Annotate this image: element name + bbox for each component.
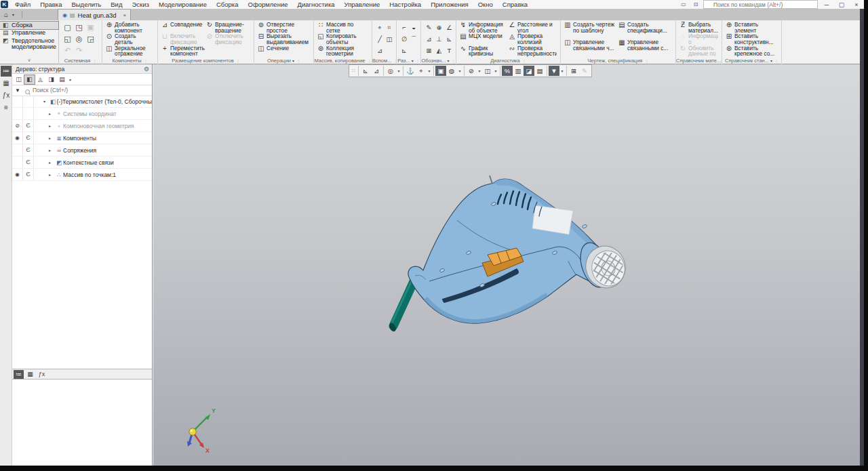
ribbon-button[interactable]: ↻ Вращение-вращение [205,22,250,33]
control-triad-icon[interactable]: ⌖ [416,66,427,76]
section-view-icon[interactable]: ◫ [482,66,493,76]
panel-menu-icon[interactable]: ≡ [1,102,12,113]
ribbon-button[interactable]: ◌ Информация о материале... [679,33,718,45]
command-search-input[interactable] [703,0,818,9]
screen-mode-icon[interactable]: ⊡ [691,1,701,7]
ribbon-button[interactable]: ⊞ Вставить конструктивн... [725,33,778,45]
menu-item[interactable]: Оформление [243,1,293,8]
print-icon[interactable]: ◱ [62,33,73,45]
gear-icon[interactable]: ⚙ [144,64,149,74]
group-label-notations[interactable]: Обознач...▾ [421,58,456,64]
create-sketch-icon[interactable]: ⊾ [360,66,371,76]
group-label-standard-parts[interactable]: Справочник стан...▾ [722,58,781,64]
minimize-button[interactable]: ─ [821,1,833,8]
dimension-tool-icon[interactable]: ◒ [409,22,418,33]
ribbon-button[interactable]: ⊔ Включить фиксацию [161,33,205,45]
expand-arrow-icon[interactable] [49,111,55,116]
panel-tab-tree-icon[interactable]: ≔ [14,370,24,379]
menu-item[interactable]: Правка [35,1,66,8]
ribbon-button[interactable]: ◫ Сечение [257,45,310,57]
save-as-icon[interactable]: ◲ [85,33,96,45]
panel-variables-icon[interactable]: ƒx [1,90,12,101]
group-label-system[interactable]: Системная [59,58,102,64]
notation-tool-icon[interactable]: ∠ [444,22,454,33]
group-label-operations[interactable]: Операции▾ [254,58,313,64]
panel-properties-icon[interactable]: ▦ [1,78,12,89]
ribbon-button[interactable]: ⊛ Вставить крепежное со... [725,45,778,57]
pick-properties-icon[interactable]: ✎ [579,66,590,76]
visibility-eye-icon[interactable] [12,144,23,156]
tree-item-row[interactable]: Є ∞ Сопряжения [12,144,152,157]
toolbar-drag-handle[interactable]: ∷ [351,66,357,76]
new-document-icon[interactable]: ▢ [62,22,73,33]
menu-item[interactable]: Вид [106,1,127,8]
panel-tab-properties-icon[interactable]: ▦ [25,370,35,379]
save-icon[interactable]: ▣ [85,22,96,33]
mode-item[interactable]: ▤ Управление [0,29,58,37]
aux-tool-icon[interactable]: ◫ [384,33,394,45]
document-tab[interactable]: ◉ ▤ Heat gun.a3d × [58,9,131,20]
tree-item-row[interactable]: ⊘ Є ∘ Компоновочная геометрия [12,120,152,132]
include-mark-icon[interactable]: Є [23,144,34,156]
ribbon-button[interactable]: ⊿ Совпадение [161,22,205,33]
close-button[interactable]: × [850,1,863,8]
include-mark-icon[interactable]: Є [23,169,34,180]
tree-structure-view-icon[interactable]: ◫ [14,75,24,84]
include-mark-icon[interactable] [23,108,34,119]
group-label-components[interactable]: Компоненты [102,58,157,64]
tool-dropdown-icon[interactable] [559,68,565,73]
orientation-icon[interactable]: ⚓ [405,66,416,76]
mode-item[interactable]: ◩ Твердотельное моделирование [0,37,58,52]
tool-dropdown-icon[interactable] [427,68,432,73]
hide-objects-icon[interactable]: ⊘ [466,66,477,76]
include-mark-icon[interactable]: Є [23,132,34,144]
display-style-icon[interactable]: ◍ [446,66,457,76]
tree-composition-view-icon[interactable]: ◧ [24,75,35,84]
ribbon-button[interactable]: ∷ Массив по сетке [317,22,368,33]
project-geometry-icon[interactable]: ⊿ [371,66,382,76]
app-logo-icon[interactable]: K [1,1,8,8]
ribbon-button[interactable]: ⊛ Коллекция геометрии [317,45,368,57]
display-shaded-icon[interactable]: ▣ [435,66,446,76]
tree-selection-icon[interactable]: ◨ [46,75,56,84]
ribbon-button[interactable]: ⊕ Добавить компонент из... [105,22,154,33]
aux-tool-icon[interactable]: ╱ [375,33,384,45]
dimension-tool-icon[interactable]: ⌒ [409,33,418,45]
dimension-tool-icon[interactable]: ∅ [399,33,409,45]
visibility-eye-icon[interactable]: ◉ [12,132,23,144]
tree-relations-icon[interactable]: ◬ [35,75,45,84]
ribbon-button[interactable]: ◫ Управление связанными ч... [564,39,618,57]
expand-arrow-icon[interactable] [49,172,55,177]
notation-tool-icon[interactable]: ✎ [424,22,434,33]
panel-tab-variables-icon[interactable]: ƒx [37,370,47,379]
visibility-eye-icon[interactable]: ⊘ [12,120,23,131]
measure-icon[interactable]: ⊞ [568,66,579,76]
tree-root-row[interactable]: ◧ (-)Термопистолет (Тел-0, Сборочных е [12,96,152,108]
ribbon-button[interactable]: ▦ Управление связанными с... [618,39,672,57]
dimension-tool-icon[interactable]: ⊾ [399,45,409,56]
menu-item[interactable]: Справка [498,1,532,8]
ribbon-button[interactable]: + Переместить компонент [161,45,205,57]
tree-filter-dropdown-icon[interactable]: ▾ [69,77,71,82]
tree-item-row[interactable]: ◉ Є ≣ Компоненты [12,132,152,144]
ribbon-button[interactable]: ⊚ Отверстие простое [257,22,310,33]
notation-tool-icon[interactable]: ⊾ [444,33,454,45]
ribbon-button[interactable]: ∾ Проверка непрерывности [508,45,557,57]
ribbon-button[interactable]: ◱ Копировать объекты [317,33,368,45]
expand-arrow-icon[interactable] [43,99,49,104]
expand-arrow-icon[interactable] [49,160,55,165]
open-document-icon[interactable]: ◳ [73,22,85,33]
menu-item[interactable]: Эскиз [127,1,153,8]
menu-item[interactable]: Файл [10,1,35,8]
mode-panel-collapse-icon[interactable]: ∨ [0,58,58,64]
preview-icon[interactable]: ◎ [73,33,85,45]
tab-close-icon[interactable]: × [123,12,127,18]
group-label-dimensions[interactable]: Раз...▾ [397,58,420,64]
tool-dropdown-icon[interactable] [457,68,462,73]
home-icon[interactable]: ⌂ [0,11,12,18]
ribbon-button[interactable]: Ƶ Выбрать материал... [679,22,718,33]
group-label-diagnostics[interactable]: Диагностика [456,58,560,64]
redo-icon[interactable]: ↷ [73,45,85,56]
ribbon-button[interactable]: ∠ Расстояние и угол [508,22,557,33]
expand-arrow-icon[interactable] [49,148,55,152]
